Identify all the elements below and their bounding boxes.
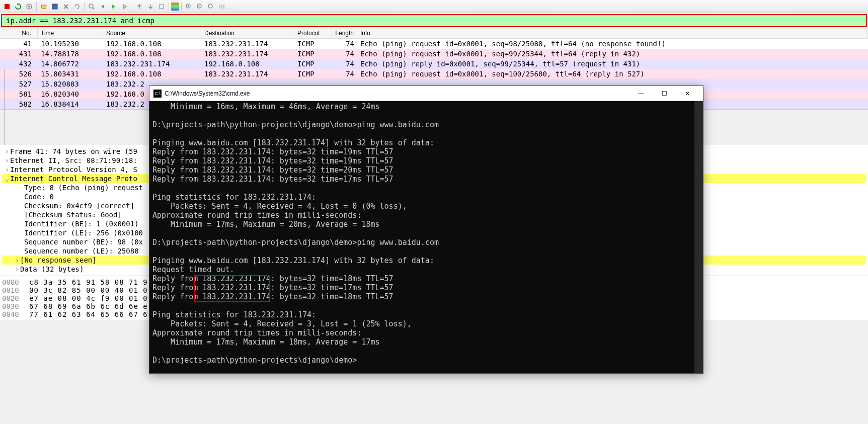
col-time[interactable]: Time xyxy=(38,28,103,38)
tree-indicator xyxy=(4,69,10,145)
col-info[interactable]: Info xyxy=(357,28,868,38)
svg-rect-6 xyxy=(160,5,164,9)
chevron-right-icon[interactable]: › xyxy=(14,265,20,273)
next-icon[interactable] xyxy=(109,2,119,12)
zoom-in-icon[interactable] xyxy=(184,2,194,12)
chevron-right-icon[interactable]: › xyxy=(4,147,10,155)
zoom-reset-icon[interactable] xyxy=(206,2,216,12)
cmd-line: Pinging www.baidu.com [183.232.231.174] … xyxy=(152,256,691,265)
minimize-button[interactable]: — xyxy=(629,86,653,101)
svg-rect-3 xyxy=(52,4,57,9)
colorize-icon[interactable] xyxy=(171,3,179,11)
chevron-right-icon[interactable]: › xyxy=(4,165,10,174)
autoscroll-icon[interactable] xyxy=(156,2,167,12)
separator xyxy=(132,2,132,11)
cmd-scrollbar[interactable] xyxy=(694,101,703,373)
separator xyxy=(169,2,169,11)
cmd-line: Reply from 183.232.231.174: bytes=32 tim… xyxy=(152,156,691,165)
cmd-line xyxy=(152,111,691,120)
restart-icon[interactable] xyxy=(13,2,23,12)
svg-rect-0 xyxy=(5,4,10,9)
close-file-icon[interactable] xyxy=(61,2,71,12)
packet-row[interactable]: 52615.803431192.168.0.108183.232.231.174… xyxy=(0,69,868,79)
cmd-line: Ping statistics for 183.232.231.174: xyxy=(152,193,691,202)
cmd-line: D:\projects-path\python-projects\django\… xyxy=(152,356,691,365)
cmd-line: D:\projects-path\python-projects\django\… xyxy=(152,120,691,129)
save-icon[interactable] xyxy=(50,2,60,12)
cmd-line xyxy=(152,184,691,193)
cmd-line: Packets: Sent = 4, Received = 3, Lost = … xyxy=(152,319,691,328)
svg-point-9 xyxy=(208,4,212,8)
cmd-icon: C:\ xyxy=(153,90,162,98)
chevron-down-icon[interactable]: ⌄ xyxy=(4,175,10,183)
separator xyxy=(36,2,37,11)
options-icon[interactable] xyxy=(24,2,34,12)
svg-point-4 xyxy=(89,4,93,8)
separator xyxy=(181,2,182,11)
resize-cols-icon[interactable] xyxy=(217,2,227,12)
packet-row[interactable]: 43114.788178192.168.0.108183.232.231.174… xyxy=(0,49,868,59)
packet-row[interactable]: 43214.806772183.232.231.174192.168.0.108… xyxy=(0,59,868,69)
cmd-line: Reply from 183.232.231.174: bytes=32 tim… xyxy=(152,147,691,156)
cmd-line: Reply from 183.232.231.174: bytes=32 tim… xyxy=(152,165,691,175)
cmd-line: D:\projects-path\python-projects\django\… xyxy=(152,238,691,247)
svg-point-2 xyxy=(28,6,30,8)
chevron-right-icon[interactable]: › xyxy=(4,156,10,164)
cmd-line: Minimum = 17ms, Maximum = 18ms, Average … xyxy=(152,337,691,347)
separator xyxy=(84,2,85,11)
cmd-line: Minimum = 16ms, Maximum = 46ms, Average … xyxy=(152,102,691,111)
jump-icon[interactable] xyxy=(120,2,130,12)
prev-icon[interactable] xyxy=(98,2,108,12)
zoom-out-icon[interactable] xyxy=(195,2,205,12)
packet-list-header: No. Time Source Destination Protocol Len… xyxy=(0,28,868,39)
highlight-box xyxy=(194,275,270,302)
first-icon[interactable] xyxy=(134,2,144,12)
cmd-line xyxy=(152,129,691,138)
cmd-line: Minimum = 17ms, Maximum = 20ms, Average … xyxy=(152,220,691,229)
cmd-line xyxy=(152,229,691,238)
col-no[interactable]: No. xyxy=(0,28,38,38)
maximize-button[interactable]: ☐ xyxy=(653,86,676,101)
cmd-line: Request timed out. xyxy=(152,265,691,274)
svg-line-5 xyxy=(93,8,94,9)
cmd-line xyxy=(152,347,691,356)
cmd-line: Pinging www.baidu.com [183.232.231.174] … xyxy=(152,138,691,147)
col-source[interactable]: Source xyxy=(103,28,201,38)
col-protocol[interactable]: Protocol xyxy=(294,28,332,38)
cmd-line: Approximate round trip times in milli-se… xyxy=(152,211,691,220)
main-toolbar xyxy=(0,0,868,13)
chevron-right-icon[interactable]: › xyxy=(14,256,20,264)
cmd-line: Approximate round trip times in milli-se… xyxy=(152,328,691,337)
stop-capture-icon[interactable] xyxy=(2,2,12,12)
reload-icon[interactable] xyxy=(72,2,82,12)
cmd-line xyxy=(152,247,691,256)
cmd-window[interactable]: C:\ C:\Windows\System32\cmd.exe — ☐ ✕ Mi… xyxy=(149,86,703,374)
cmd-line: Reply from 183.232.231.174: bytes=32 tim… xyxy=(152,175,691,184)
cmd-line: Ping statistics for 183.232.231.174: xyxy=(152,310,691,319)
close-button[interactable]: ✕ xyxy=(676,86,699,101)
open-icon[interactable] xyxy=(39,2,49,12)
cmd-output[interactable]: Minimum = 16ms, Maximum = 46ms, Average … xyxy=(149,101,694,373)
cmd-title-text: C:\Windows\System32\cmd.exe xyxy=(165,90,629,97)
col-destination[interactable]: Destination xyxy=(201,28,294,38)
packet-row[interactable]: 4110.195230192.168.0.108183.232.231.174I… xyxy=(0,39,868,49)
cmd-line xyxy=(152,301,691,310)
col-length[interactable]: Length xyxy=(332,28,357,38)
find-icon[interactable] xyxy=(87,2,97,12)
cmd-titlebar[interactable]: C:\ C:\Windows\System32\cmd.exe — ☐ ✕ xyxy=(149,86,703,101)
last-icon[interactable] xyxy=(145,2,155,12)
display-filter-input[interactable]: ip.addr == 183.232.231.174 and icmp xyxy=(1,14,867,27)
cmd-line: Packets: Sent = 4, Received = 4, Lost = … xyxy=(152,202,691,211)
